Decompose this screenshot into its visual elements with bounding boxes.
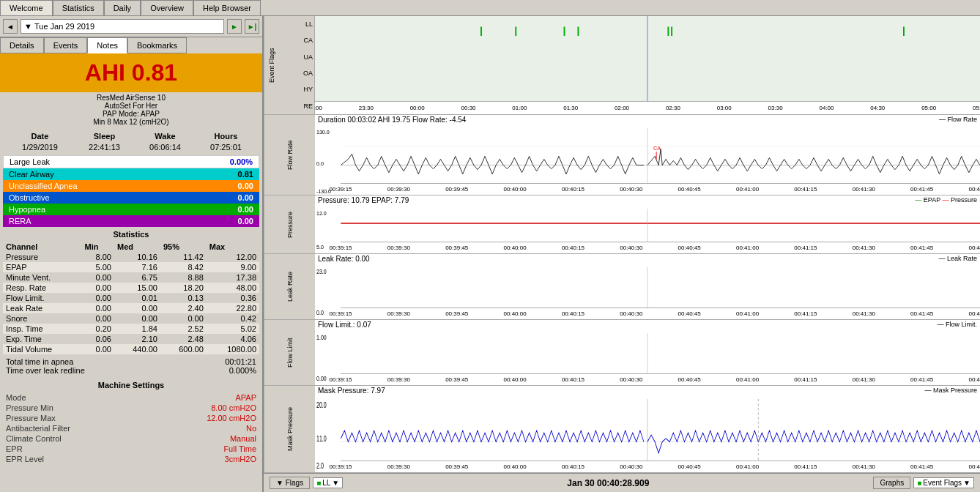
device-name: ResMed AirSense 10 bbox=[1, 94, 261, 102]
stats-col-channel: Channel bbox=[3, 242, 82, 252]
setting-row: Pressure Max12.00 cmH2O bbox=[6, 413, 256, 423]
pressure-title: Pressure: 10.79 EPAP: 7.79 — EPAP — Pres… bbox=[315, 195, 980, 205]
flow-limit-title: Flow Limit.: 0.07 — Flow Limit. bbox=[315, 320, 980, 329]
machine-settings-header: Machine Settings bbox=[6, 381, 256, 390]
menu-welcome[interactable]: Welcome bbox=[0, 0, 53, 15]
leak-time-axis: 00:39:1500:39:3000:39:4500:40:0000:40:15… bbox=[341, 308, 980, 319]
apnea-label: Total time in apnea bbox=[6, 357, 73, 366]
svg-text:0.00: 0.00 bbox=[316, 376, 327, 383]
svg-text:5.0: 5.0 bbox=[316, 244, 324, 250]
menu-overview[interactable]: Overview bbox=[141, 0, 193, 15]
leak-rate-chart[interactable]: Leak Rate: 0.00 — Leak Rate 23.0 0.0 00:… bbox=[315, 254, 980, 319]
col-hours: Hours bbox=[196, 130, 256, 142]
pressure-time-axis: 00:39:1500:39:3000:39:4500:40:0000:40:15… bbox=[341, 242, 980, 253]
session-stats: Date Sleep Wake Hours 1/29/2019 22:41:13… bbox=[0, 127, 262, 155]
tab-notes[interactable]: Notes bbox=[87, 37, 127, 53]
mask-pressure-chart[interactable]: Mask Pressure: 7.97 — Mask Pressure 20.0… bbox=[315, 386, 980, 472]
event-flags-dropdown[interactable]: ■ Event Flags ▼ bbox=[913, 477, 974, 488]
session-hours: 07:25:01 bbox=[196, 142, 256, 152]
stats-row: Snore0.000.000.000.42 bbox=[3, 313, 259, 324]
graphs-button[interactable]: Graphs bbox=[873, 477, 910, 489]
svg-text:20.0: 20.0 bbox=[316, 401, 327, 410]
svg-text:1.00: 1.00 bbox=[316, 335, 327, 342]
stats-row: Exp. Time0.062.102.484.06 bbox=[3, 334, 259, 344]
date-dropdown[interactable]: ▼ Tue Jan 29 2019 bbox=[21, 19, 224, 34]
setting-row: EPR Level3cmH2O bbox=[6, 454, 256, 464]
tab-bookmarks[interactable]: Bookmarks bbox=[127, 37, 187, 53]
leak-rate-chart-row: Leak Rate Leak Rate: 0.00 — Leak Rate 23… bbox=[264, 254, 980, 320]
bottom-left: ▼ Flags ■ LL ▼ bbox=[270, 477, 343, 489]
main-container: ◄ ▼ Tue Jan 29 2019 ► ►| Details Events … bbox=[0, 16, 980, 492]
session-date: 1/29/2019 bbox=[6, 142, 74, 152]
setting-row: Pressure Min8.00 cmH2O bbox=[6, 403, 256, 413]
event-rera: RERA 0.00 bbox=[3, 215, 259, 227]
flow-rate-y-label: Flow Rate bbox=[264, 115, 315, 195]
flow-rate-chart[interactable]: Duration 00:03:02 AHI 19.75 Flow Rate: -… bbox=[315, 115, 980, 195]
menu-statistics[interactable]: Statistics bbox=[53, 0, 104, 15]
right-panel: Event Flags LL CA UA OA HY RE bbox=[264, 16, 980, 492]
svg-text:2.0: 2.0 bbox=[316, 462, 324, 471]
menu-daily[interactable]: Daily bbox=[104, 0, 141, 15]
stats-col-min: Min bbox=[82, 242, 114, 252]
svg-text:11.0: 11.0 bbox=[316, 435, 327, 444]
menu-help[interactable]: Help Browser bbox=[193, 0, 261, 15]
date-forward-button[interactable]: ► bbox=[227, 19, 242, 34]
ahi-container: AHI 0.81 bbox=[0, 53, 262, 92]
stats-row: Insp. Time0.201.842.525.02 bbox=[3, 324, 259, 334]
sub-tabs: Details Events Notes Bookmarks bbox=[0, 37, 262, 53]
flags-dropdown-button[interactable]: ▼ Flags bbox=[270, 477, 310, 489]
stats-row: Minute Vent.0.006.758.8817.38 bbox=[3, 272, 259, 283]
left-panel: ◄ ▼ Tue Jan 29 2019 ► ►| Details Events … bbox=[0, 16, 264, 492]
svg-text:CA: CA bbox=[653, 146, 661, 151]
col-sleep: Sleep bbox=[74, 130, 135, 142]
apnea-value: 00:01:21 bbox=[225, 357, 256, 366]
bottom-right: Graphs ■ Event Flags ▼ bbox=[873, 477, 974, 489]
setting-row: EPRFull Time bbox=[6, 444, 256, 454]
device-profile: AutoSet For Her bbox=[1, 102, 261, 110]
svg-text:130.0: 130.0 bbox=[316, 130, 330, 135]
date-back-button[interactable]: ◄ bbox=[3, 19, 18, 34]
event-obstructive: Obstructive 0.00 bbox=[3, 192, 259, 204]
stats-row: Pressure8.0010.1611.4212.00 bbox=[3, 252, 259, 262]
stats-row: Leak Rate0.000.002.4022.80 bbox=[3, 303, 259, 313]
setting-row: Antibacterial FilterNo bbox=[6, 423, 256, 433]
date-skip-button[interactable]: ►| bbox=[245, 19, 259, 34]
leak-rate-y-label: Leak Rate bbox=[264, 254, 315, 319]
flow-limit-chart-row: Flow Limit Flow Limit.: 0.07 — Flow Limi… bbox=[264, 320, 980, 386]
stats-row: EPAP5.007.168.429.00 bbox=[3, 262, 259, 272]
event-flags-vert-label: Event Flags bbox=[264, 16, 278, 114]
svg-text:23.0: 23.0 bbox=[316, 269, 327, 276]
mask-pressure-title: Mask Pressure: 7.97 — Mask Pressure bbox=[315, 386, 980, 395]
statistics-table: Channel Min Med 95% Max Pressure8.0010.1… bbox=[0, 242, 262, 354]
event-flags-area: Event Flags LL CA UA OA HY RE bbox=[264, 16, 980, 115]
session-wake: 06:06:14 bbox=[135, 142, 196, 152]
overview-time-axis: 23:0023:3000:0000:3001:0001:3002:0002:30… bbox=[315, 101, 980, 114]
bottom-bar: ▼ Flags ■ LL ▼ Jan 30 00:40:28.909 Graph… bbox=[264, 473, 980, 492]
left-scroll[interactable]: AHI 0.81 ResMed AirSense 10 AutoSet For … bbox=[0, 53, 262, 492]
svg-text:0.0: 0.0 bbox=[316, 310, 324, 317]
flow-rate-chart-row: Flow Rate Duration 00:03:02 AHI 19.75 Fl… bbox=[264, 115, 980, 195]
event-flags-chart: 23:0023:3000:0000:3001:0001:3002:0002:30… bbox=[315, 16, 980, 114]
pressure-y-label: Pressure bbox=[264, 195, 315, 253]
leak-label: Time over leak redline bbox=[6, 366, 85, 375]
tab-events[interactable]: Events bbox=[44, 37, 88, 53]
device-info: ResMed AirSense 10 AutoSet For Her PAP M… bbox=[0, 92, 262, 127]
stats-col-med: Med bbox=[114, 242, 160, 252]
date-display: Tue Jan 29 2019 bbox=[34, 22, 94, 31]
session-sleep: 22:41:13 bbox=[74, 142, 135, 152]
flow-limit-y-label: Flow Limit bbox=[264, 320, 315, 385]
col-date: Date bbox=[6, 130, 74, 142]
setting-row: Climate ControlManual bbox=[6, 433, 256, 444]
mask-time-axis: 00:39:1500:39:3000:39:4500:40:0000:40:15… bbox=[341, 461, 980, 472]
menu-bar: Welcome Statistics Daily Overview Help B… bbox=[0, 0, 980, 16]
totals: Total time in apnea 00:01:21 Time over l… bbox=[0, 354, 262, 378]
pressure-chart-row: Pressure Pressure: 10.79 EPAP: 7.79 — EP… bbox=[264, 195, 980, 254]
pressure-chart[interactable]: Pressure: 10.79 EPAP: 7.79 — EPAP — Pres… bbox=[315, 195, 980, 253]
ahi-value: AHI 0.81 bbox=[6, 59, 256, 86]
mask-pressure-y-label: Mask Pressure bbox=[264, 386, 315, 472]
ll-dropdown[interactable]: ■ LL ▼ bbox=[313, 477, 343, 488]
flowlimit-time-axis: 00:39:1500:39:3000:39:4500:40:0000:40:15… bbox=[341, 373, 980, 385]
tab-details[interactable]: Details bbox=[0, 37, 44, 53]
flow-limit-chart[interactable]: Flow Limit.: 0.07 — Flow Limit. 1.00 0.0… bbox=[315, 320, 980, 385]
date-bar: ◄ ▼ Tue Jan 29 2019 ► ►| bbox=[0, 16, 262, 37]
